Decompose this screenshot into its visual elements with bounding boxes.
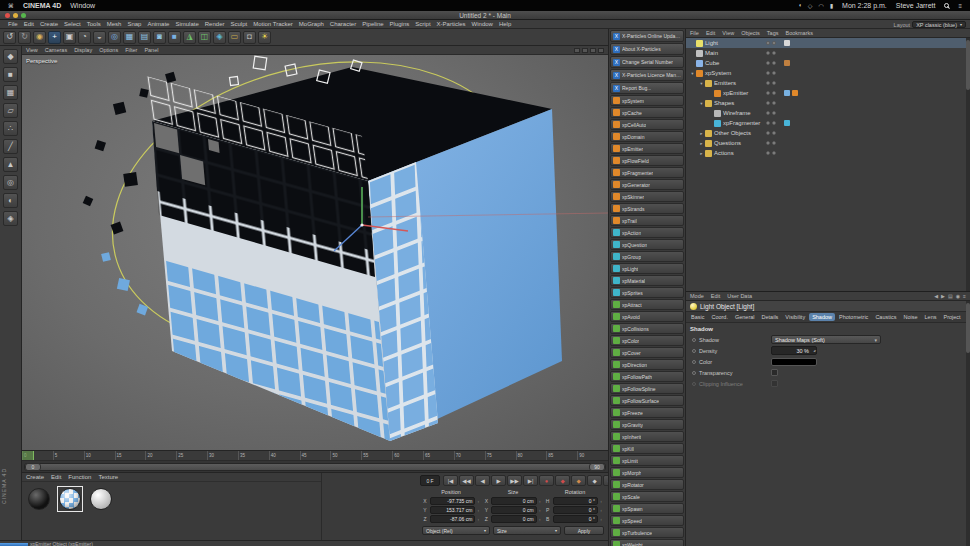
toolbar-icon[interactable]: ☀ bbox=[258, 31, 271, 44]
app-menu-item[interactable]: Create bbox=[37, 21, 61, 27]
object-manager-menu-item[interactable]: View bbox=[722, 30, 734, 36]
object-row[interactable]: xpEmitter bbox=[686, 88, 970, 98]
xp-object-button[interactable]: xpSpawn bbox=[610, 503, 684, 514]
layout-dropdown[interactable]: XP classic (blue)▾ bbox=[912, 21, 966, 28]
range-start-grip[interactable]: 0 bbox=[25, 463, 41, 471]
menubar-status-icon[interactable]: ◖ bbox=[798, 2, 802, 9]
attribute-tab[interactable]: Photometric bbox=[836, 313, 871, 321]
xp-object-button[interactable]: xpFragmenter bbox=[610, 167, 684, 178]
attribute-tab[interactable]: Lens bbox=[922, 313, 940, 321]
xp-menu-button[interactable]: X X-Particles Licence Manager bbox=[610, 69, 684, 81]
xp-menu-button[interactable]: X X-Particles Online Updater bbox=[610, 30, 684, 42]
expand-icon[interactable]: ▸ bbox=[698, 131, 705, 136]
toolbar-icon[interactable]: ↺ bbox=[3, 31, 16, 44]
visibility-dot[interactable] bbox=[766, 101, 770, 105]
material-menu-item[interactable]: Create bbox=[26, 474, 44, 481]
visibility-dot[interactable] bbox=[766, 61, 770, 65]
visibility-dot[interactable] bbox=[766, 151, 770, 155]
stepper-icon[interactable]: ↕ bbox=[539, 517, 543, 522]
viewport-toggle-icon[interactable] bbox=[590, 48, 596, 53]
object-row[interactable]: ▸ Actions bbox=[686, 148, 970, 158]
xp-object-button[interactable]: xpRotator bbox=[610, 479, 684, 490]
visibility-dot[interactable] bbox=[766, 51, 770, 55]
viewport-menu-item[interactable]: Display bbox=[74, 47, 92, 53]
object-tag-icon[interactable] bbox=[784, 70, 790, 76]
object-row[interactable]: ▾ Emitters bbox=[686, 78, 970, 88]
visibility-dot[interactable] bbox=[766, 141, 770, 145]
attribute-tab[interactable]: Caustics bbox=[872, 313, 899, 321]
position-field[interactable]: -97.735 cm bbox=[430, 497, 475, 505]
mode-icon[interactable]: ▱ bbox=[3, 103, 18, 118]
object-tag-icon[interactable] bbox=[784, 130, 790, 136]
toolbar-icon[interactable]: + bbox=[48, 31, 61, 44]
app-menu-item[interactable]: Select bbox=[61, 21, 84, 27]
notification-center-icon[interactable]: ≡ bbox=[958, 3, 962, 9]
xp-object-button[interactable]: xpInherit bbox=[610, 431, 684, 442]
attribute-tab[interactable]: Coord. bbox=[708, 313, 731, 321]
object-tag-icon[interactable] bbox=[784, 100, 790, 106]
transport-button[interactable]: ◆ bbox=[571, 475, 586, 486]
visibility-dot[interactable] bbox=[766, 91, 770, 95]
attribute-menu-item[interactable]: Edit bbox=[711, 293, 720, 299]
stepper-icon[interactable]: ↕ bbox=[600, 499, 604, 504]
xp-object-button[interactable]: xpDirection bbox=[610, 359, 684, 370]
object-tag-icon[interactable] bbox=[784, 60, 790, 66]
object-row[interactable]: xpFragmenter bbox=[686, 118, 970, 128]
transport-button[interactable]: ▶▶ bbox=[507, 475, 522, 486]
xp-object-button[interactable]: xpColor bbox=[610, 335, 684, 346]
transport-button[interactable]: ◀ bbox=[475, 475, 490, 486]
object-row[interactable]: Light bbox=[686, 38, 970, 48]
viewport-menu-item[interactable]: Options bbox=[99, 47, 118, 53]
object-tag-icon[interactable] bbox=[792, 60, 798, 66]
material-thumbnail[interactable] bbox=[26, 486, 52, 512]
transport-button[interactable]: ▶| bbox=[523, 475, 538, 486]
toolbar-icon[interactable]: ▭ bbox=[228, 31, 241, 44]
app-menu-name[interactable]: CINEMA 4D bbox=[23, 2, 61, 9]
timeline-ruler[interactable]: 051015202530354045505560657075808590 bbox=[22, 450, 608, 460]
object-tag-icon[interactable] bbox=[792, 150, 798, 156]
stepper-icon[interactable]: ↕ bbox=[600, 517, 604, 522]
xp-object-button[interactable]: xpGravity bbox=[610, 419, 684, 430]
stepper-icon[interactable]: ↕ bbox=[477, 517, 481, 522]
mode-icon[interactable]: ∴ bbox=[3, 121, 18, 136]
xp-object-button[interactable]: xpTurbulence bbox=[610, 527, 684, 538]
render-visibility-dot[interactable] bbox=[772, 111, 776, 115]
attribute-toolbar-icon[interactable]: ≡ bbox=[963, 293, 966, 299]
render-visibility-dot[interactable] bbox=[772, 51, 776, 55]
xp-object-button[interactable]: xpStrands bbox=[610, 203, 684, 214]
material-menu-item[interactable]: Edit bbox=[51, 474, 61, 481]
attribute-tab[interactable]: Details bbox=[759, 313, 782, 321]
app-menu-item[interactable]: MoGraph bbox=[296, 21, 327, 27]
close-button[interactable] bbox=[5, 13, 10, 18]
object-tag-icon[interactable] bbox=[792, 110, 798, 116]
attribute-tab[interactable]: Shadow bbox=[809, 313, 835, 321]
viewport-toggle-icon[interactable] bbox=[582, 48, 588, 53]
object-tag-icon[interactable] bbox=[792, 90, 798, 96]
transport-button[interactable]: ● bbox=[539, 475, 554, 486]
app-menu-item[interactable]: File bbox=[5, 21, 21, 27]
object-tag-icon[interactable] bbox=[792, 100, 798, 106]
attribute-tab[interactable]: Noise bbox=[900, 313, 920, 321]
object-tag-icon[interactable] bbox=[784, 120, 790, 126]
size-field[interactable]: 0 cm bbox=[491, 506, 536, 514]
toolbar-icon[interactable]: ↻ bbox=[18, 31, 31, 44]
toolbar-icon[interactable]: ◙ bbox=[153, 31, 166, 44]
object-tag-icon[interactable] bbox=[784, 140, 790, 146]
apple-menu-icon[interactable]: ⌘ bbox=[8, 2, 14, 9]
toolbar-icon[interactable]: ■ bbox=[168, 31, 181, 44]
mode-icon[interactable]: ◐ bbox=[3, 193, 18, 208]
stepper-icon[interactable]: ↕ bbox=[539, 508, 543, 513]
render-visibility-dot[interactable] bbox=[772, 41, 776, 45]
viewport-canvas[interactable] bbox=[22, 55, 608, 450]
mode-icon[interactable]: ■ bbox=[3, 67, 18, 82]
app-menu-item[interactable]: X-Particles bbox=[434, 21, 469, 27]
stepper-icon[interactable]: ↕ bbox=[600, 508, 604, 513]
coords-size-select[interactable]: Size▾ bbox=[493, 526, 561, 535]
menubar-clock[interactable]: Mon 2:28 p.m. bbox=[842, 2, 887, 9]
transport-button[interactable]: |◀ bbox=[443, 475, 458, 486]
viewport[interactable]: ViewCamerasDisplayOptionsFilterPanel Per… bbox=[22, 46, 608, 450]
object-tag-icon[interactable] bbox=[792, 40, 798, 46]
menubar-status-icon[interactable]: ◠ bbox=[818, 2, 823, 9]
size-field[interactable]: 0 cm bbox=[491, 515, 536, 523]
visibility-dot[interactable] bbox=[766, 71, 770, 75]
